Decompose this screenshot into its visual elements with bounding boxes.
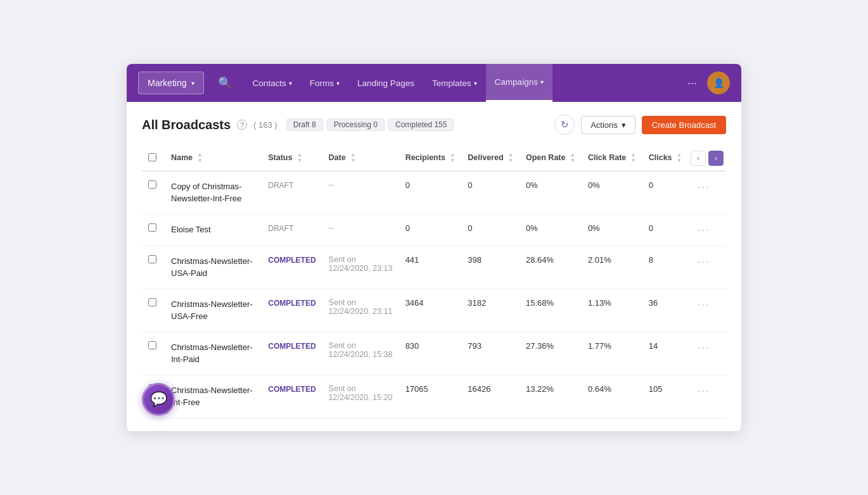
th-name[interactable]: Name ▲▼ [165, 146, 262, 171]
td-delivered-1: 0 [461, 214, 520, 246]
th-recipients[interactable]: Recipients ▲▼ [399, 146, 462, 171]
marketing-dropdown[interactable]: Marketing ▾ [138, 72, 204, 94]
broadcasts-table-wrapper: Name ▲▼ Status ▲▼ Date ▲▼ [142, 146, 726, 418]
th-status[interactable]: Status ▲▼ [262, 146, 322, 171]
td-click-rate-2: 2.01% [582, 246, 642, 289]
row-checkbox-2[interactable] [148, 255, 156, 263]
nav-more-icon[interactable]: ··· [677, 77, 707, 90]
nav-forms[interactable]: Forms ▾ [301, 64, 348, 102]
help-icon[interactable]: ? [237, 120, 247, 130]
td-more-3: ··· [688, 289, 726, 332]
select-all-checkbox[interactable] [148, 153, 156, 161]
row-more-button-4[interactable]: ··· [694, 341, 713, 354]
row-checkbox-1[interactable] [148, 223, 156, 232]
table-row: Christmas-Newsletter-Int-Paid COMPLETED … [142, 332, 726, 375]
td-recipients-3: 3464 [399, 289, 462, 332]
td-clicks-1: 0 [642, 214, 688, 246]
chat-widget[interactable]: 💬 [142, 383, 175, 416]
nav-campaigns[interactable]: Campaigns ▾ [486, 64, 552, 102]
td-date-5: Sent on 12/24/2020, 15:20 [322, 375, 399, 418]
td-checkbox-1 [142, 214, 165, 246]
td-delivered-5: 16426 [461, 375, 520, 418]
td-recipients-0: 0 [399, 171, 462, 215]
nav-templates[interactable]: Templates ▾ [423, 64, 486, 102]
td-open-rate-4: 27.36% [520, 332, 582, 375]
row-checkbox-3[interactable] [148, 298, 156, 306]
forms-chevron-icon: ▾ [336, 80, 340, 87]
td-date-0: -- [322, 171, 399, 215]
td-name-2: Christmas-Newsletter-USA-Paid [165, 246, 262, 289]
top-nav: Marketing ▾ 🔍 Contacts ▾ Forms ▾ Landing… [127, 64, 741, 102]
td-click-rate-1: 0% [582, 214, 642, 246]
app-container: Marketing ▾ 🔍 Contacts ▾ Forms ▾ Landing… [127, 64, 741, 431]
td-click-rate-0: 0% [582, 171, 642, 215]
td-status-0: DRAFT [262, 171, 322, 215]
td-status-3: COMPLETED [262, 289, 322, 332]
table-row: Copy of Christmas-Newsletter-Int-Free DR… [142, 171, 726, 215]
table-row: Christmas-Newsletter-USA-Free COMPLETED … [142, 289, 726, 332]
page-title: All Broadcasts [142, 118, 231, 132]
sort-click-rate-icon: ▲▼ [631, 153, 636, 164]
td-clicks-3: 36 [642, 289, 688, 332]
td-open-rate-1: 0% [520, 214, 582, 246]
filter-processing[interactable]: Processing 0 [327, 118, 385, 131]
td-status-2: COMPLETED [262, 246, 322, 289]
td-checkbox-2 [142, 246, 165, 289]
nav-links: Contacts ▾ Forms ▾ Landing Pages Templat… [243, 64, 677, 102]
th-nav-arrows: ‹ › [688, 146, 726, 171]
row-more-button-3[interactable]: ··· [694, 298, 713, 311]
th-click-rate[interactable]: Click Rate ▲▼ [582, 146, 642, 171]
content-area: All Broadcasts ? ( 163 ) Draft 8 Process… [127, 102, 741, 431]
td-open-rate-3: 15.68% [520, 289, 582, 332]
row-checkbox-0[interactable] [148, 180, 156, 189]
td-date-1: -- [322, 214, 399, 246]
td-recipients-4: 830 [399, 332, 462, 375]
filter-draft[interactable]: Draft 8 [286, 118, 323, 131]
row-more-button-0[interactable]: ··· [694, 180, 713, 194]
th-date[interactable]: Date ▲▼ [322, 146, 399, 171]
col-nav-next-button[interactable]: › [708, 151, 724, 166]
search-icon[interactable]: 🔍 [218, 76, 232, 90]
marketing-chevron-icon: ▾ [191, 80, 195, 87]
th-delivered[interactable]: Delivered ▲▼ [461, 146, 520, 171]
td-checkbox-0 [142, 171, 165, 215]
td-clicks-4: 14 [642, 332, 688, 375]
th-open-rate[interactable]: Open Rate ▲▼ [520, 146, 582, 171]
table-row: Christmas-Newsletter-Int-Free COMPLETED … [142, 375, 726, 418]
avatar[interactable]: 👤 [707, 72, 730, 94]
td-date-4: Sent on 12/24/2020, 15:38 [322, 332, 399, 375]
td-recipients-5: 17065 [399, 375, 462, 418]
td-clicks-2: 8 [642, 246, 688, 289]
sort-open-rate-icon: ▲▼ [570, 153, 575, 164]
refresh-button[interactable]: ↻ [554, 115, 575, 135]
td-more-0: ··· [688, 171, 726, 215]
td-name-3: Christmas-Newsletter-USA-Free [165, 289, 262, 332]
row-checkbox-4[interactable] [148, 341, 156, 349]
sort-clicks-icon: ▲▼ [677, 153, 682, 164]
actions-button[interactable]: Actions ▾ [581, 116, 635, 134]
header-right: ↻ Actions ▾ Create Broadcast [554, 115, 726, 135]
total-count: ( 163 ) [253, 120, 278, 130]
nav-contacts[interactable]: Contacts ▾ [243, 64, 300, 102]
row-more-button-5[interactable]: ··· [694, 384, 713, 398]
marketing-label: Marketing [148, 78, 186, 88]
td-name-4: Christmas-Newsletter-Int-Paid [165, 332, 262, 375]
td-delivered-4: 793 [461, 332, 520, 375]
row-more-button-2[interactable]: ··· [694, 255, 713, 268]
sort-delivered-icon: ▲▼ [508, 153, 513, 164]
create-broadcast-button[interactable]: Create Broadcast [642, 116, 726, 134]
td-delivered-2: 398 [461, 246, 520, 289]
col-nav-prev-button[interactable]: ‹ [691, 151, 706, 166]
th-clicks[interactable]: Clicks ▲▼ [642, 146, 688, 171]
sort-recipients-icon: ▲▼ [450, 153, 455, 164]
td-name-5: Christmas-Newsletter-Int-Free [165, 375, 262, 418]
td-click-rate-4: 1.77% [582, 332, 642, 375]
td-more-2: ··· [688, 246, 726, 289]
row-more-button-1[interactable]: ··· [694, 223, 713, 237]
nav-landing-pages[interactable]: Landing Pages [348, 64, 423, 102]
table-row: Christmas-Newsletter-USA-Paid COMPLETED … [142, 246, 726, 289]
td-open-rate-2: 28.64% [520, 246, 582, 289]
filter-completed[interactable]: Completed 155 [388, 118, 454, 131]
sort-status-icon: ▲▼ [297, 153, 302, 164]
td-date-2: Sent on 12/24/2020, 23:13 [322, 246, 399, 289]
